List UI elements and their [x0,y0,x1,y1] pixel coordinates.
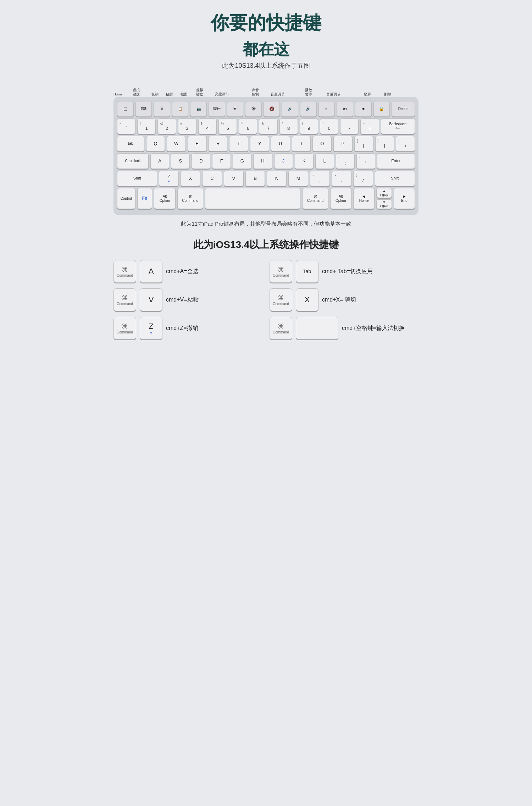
key-9[interactable]: (9 [300,118,318,134]
key-slash[interactable]: ?/ [353,171,373,186]
key-5[interactable]: %5 [218,118,237,134]
key-play-pause[interactable]: ⏯ [318,101,335,117]
key-caps-lock[interactable]: Caps lock [117,153,149,169]
key-6[interactable]: ^6 [239,118,257,134]
key-r[interactable]: R [209,136,228,151]
title-sub: 都在这 [113,39,419,60]
key-8[interactable]: *8 [279,118,298,134]
key-h[interactable]: H [253,153,272,169]
sc-key-z[interactable]: Z ● [140,317,162,339]
key-shift-right[interactable]: Shift [375,171,415,186]
sc-key-cmd5[interactable]: ⌘ Command [113,317,136,339]
sc-desc-cmd-z: cmd+Z=撤销 [166,325,198,332]
key-home[interactable]: □ [117,101,134,117]
key-vol-down[interactable]: 🔉 [282,101,298,117]
key-home-key[interactable]: ◀Home [353,188,375,209]
sc-key-cmd6[interactable]: ⌘ Command [270,317,292,339]
sc-key-cmd4[interactable]: ⌘ Command [270,288,292,311]
sc-key-tab[interactable]: Tab [296,260,318,283]
key-backslash[interactable]: |\ [396,136,415,151]
key-2[interactable]: @2 [157,118,176,134]
key-1[interactable]: !1 [137,118,156,134]
sc-key-cmd1[interactable]: ⌘ Command [113,260,136,283]
key-end[interactable]: ▶End [394,188,415,209]
sc-key-x[interactable]: X [296,288,318,311]
key-virtual-kb[interactable]: ⌨ [135,101,152,117]
key-brightness-down[interactable]: ☀ [227,101,244,117]
key-alt-left[interactable]: AltOption [154,188,175,209]
key-j[interactable]: J [274,153,293,169]
key-paste[interactable]: 📋 [172,101,189,117]
key-alt-right[interactable]: AltOption [330,188,351,209]
key-a[interactable]: A [150,153,169,169]
key-minus[interactable]: _- [340,118,359,134]
key-prev-track[interactable]: ⏮ [337,101,353,117]
key-fn[interactable]: Fn [137,188,153,209]
key-command-right[interactable]: ⌘Command [302,188,328,209]
key-7[interactable]: &7 [259,118,277,134]
shortcut-cmd-z: ⌘ Command Z ● cmd+Z=撤销 [113,317,262,339]
key-i[interactable]: I [292,136,311,151]
key-4[interactable]: $4 [198,118,217,134]
key-lbracket[interactable]: {[ [354,136,373,151]
key-next-track[interactable]: ⏭ [355,101,372,117]
key-w[interactable]: W [167,136,186,151]
key-quote[interactable]: "' [356,153,375,169]
key-shift-left[interactable]: Shift [117,171,157,186]
key-semicolon[interactable]: :; [336,153,355,169]
key-command-left[interactable]: ⌘Command [177,188,203,209]
key-control[interactable]: Control [117,188,135,209]
key-q[interactable]: Q [146,136,165,151]
key-l[interactable]: L [315,153,334,169]
key-vol-up[interactable]: 🔊 [300,101,317,117]
sc-key-cmd3[interactable]: ⌘ Command [113,288,136,311]
key-s[interactable]: S [171,153,190,169]
key-virtual-kb2[interactable]: ⌨✏ [209,101,225,117]
key-f[interactable]: F [212,153,231,169]
key-pgup[interactable]: ▲PgUp [376,188,392,198]
key-p[interactable]: P [333,136,353,151]
key-v[interactable]: V [224,171,244,186]
key-equals[interactable]: += [360,118,379,134]
key-d[interactable]: D [192,153,210,169]
key-comma[interactable]: <, [310,171,330,186]
sc-key-space[interactable] [296,317,338,339]
key-o[interactable]: O [312,136,332,151]
label-volume2: 音量调节 [326,92,340,96]
key-t[interactable]: T [229,136,248,151]
key-screenshot[interactable]: 📷 [190,101,207,117]
key-b[interactable]: B [245,171,265,186]
key-enter[interactable]: Enter [377,153,415,169]
key-space[interactable] [205,188,300,209]
key-brightness-up[interactable]: ☀ [245,101,262,117]
key-tab[interactable]: tab [117,136,144,151]
sc-key-a[interactable]: A [140,260,162,283]
key-rbracket[interactable]: }] [375,136,394,151]
key-mute[interactable]: 🔇 [264,101,280,117]
key-delete-fwd[interactable]: Delete [392,101,415,117]
key-period[interactable]: >. [332,171,351,186]
key-k[interactable]: K [295,153,314,169]
sc-key-cmd2[interactable]: ⌘ Command [270,260,292,283]
key-m[interactable]: M [288,171,308,186]
key-z[interactable]: Z● [159,171,179,186]
sc-key-v[interactable]: V [140,288,162,311]
key-copy[interactable]: ⧉ [154,101,170,117]
row-bottom: Control Fn AltOption ⌘Command ⌘Command A… [117,188,415,209]
title-main: 你要的快捷键 [113,11,419,35]
key-g[interactable]: G [233,153,251,169]
key-lock[interactable]: 🔒 [373,101,390,117]
key-y[interactable]: Y [250,136,269,151]
key-c[interactable]: C [202,171,222,186]
key-3[interactable]: #3 [178,118,196,134]
key-backspace[interactable]: Backspace⟵ [381,118,415,134]
shortcut-cmd-a: ⌘ Command A cmd+A=全选 [113,260,262,283]
key-pgdn[interactable]: ▼PgDn [376,199,392,209]
key-x[interactable]: X [181,171,200,186]
key-backtick[interactable]: ~` [117,118,135,134]
keyboard-note: 此为11寸iPad Pro键盘布局，其他型号布局会略有不同，但功能基本一致 [113,221,419,227]
key-n[interactable]: N [267,171,287,186]
key-u[interactable]: U [271,136,290,151]
key-e[interactable]: E [188,136,207,151]
key-0[interactable]: )0 [320,118,338,134]
